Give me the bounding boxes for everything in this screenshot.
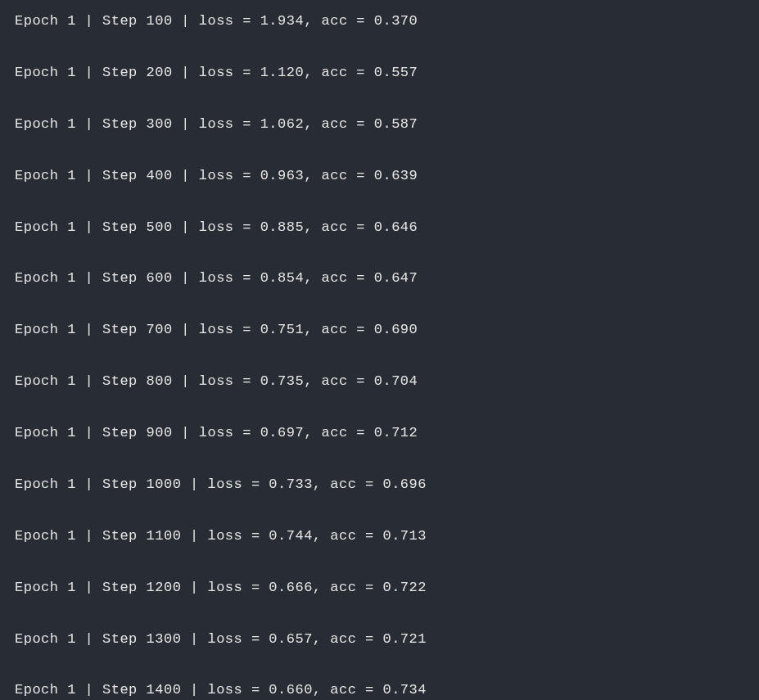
training-log-line: Epoch 1 | Step 1400 | loss = 0.660, acc … <box>15 677 744 700</box>
training-log-line: Epoch 1 | Step 400 | loss = 0.963, acc =… <box>15 163 744 188</box>
training-log-line: Epoch 1 | Step 1300 | loss = 0.657, acc … <box>15 626 744 652</box>
training-log-line: Epoch 1 | Step 700 | loss = 0.751, acc =… <box>15 317 744 342</box>
training-log-line: Epoch 1 | Step 1000 | loss = 0.733, acc … <box>15 472 744 497</box>
training-log-line: Epoch 1 | Step 1200 | loss = 0.666, acc … <box>15 575 744 600</box>
training-log-line: Epoch 1 | Step 600 | loss = 0.854, acc =… <box>15 265 744 291</box>
training-log-line: Epoch 1 | Step 800 | loss = 0.735, acc =… <box>15 368 744 394</box>
training-log-line: Epoch 1 | Step 500 | loss = 0.885, acc =… <box>15 215 744 240</box>
training-log-line: Epoch 1 | Step 300 | loss = 1.062, acc =… <box>15 111 744 137</box>
training-log-block: Epoch 1 | Step 100 | loss = 1.934, acc =… <box>0 0 759 700</box>
training-log-line: Epoch 1 | Step 1100 | loss = 0.744, acc … <box>15 523 744 549</box>
training-log-line: Epoch 1 | Step 900 | loss = 0.697, acc =… <box>15 420 744 445</box>
training-log-line: Epoch 1 | Step 200 | loss = 1.120, acc =… <box>15 60 744 85</box>
training-log-line: Epoch 1 | Step 100 | loss = 1.934, acc =… <box>15 8 744 34</box>
